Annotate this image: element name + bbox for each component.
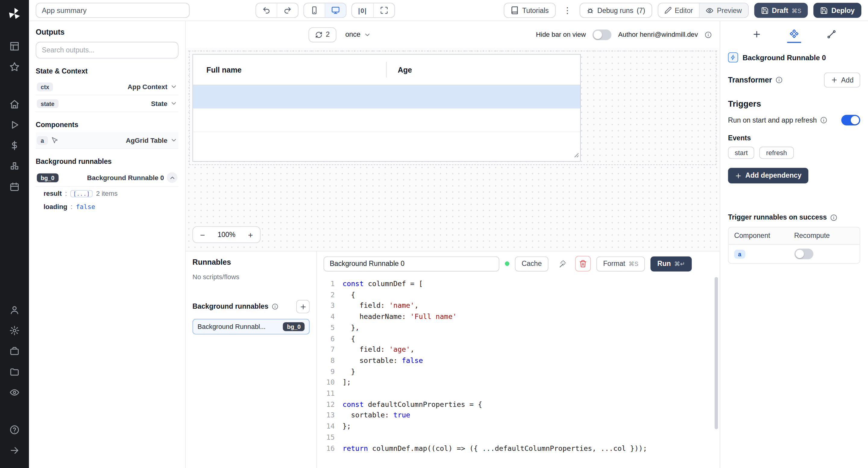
- editor-tab[interactable]: Editor: [658, 3, 699, 17]
- debug-runs-label: Debug runs: [597, 6, 633, 14]
- bottom-panel: Runnables No scripts/flows Background ru…: [186, 251, 719, 468]
- output-row-state[interactable]: state State: [36, 96, 179, 112]
- settings-gear-icon[interactable]: [0, 320, 29, 340]
- code-line: {: [343, 333, 647, 344]
- debug-runs-button[interactable]: Debug runs (7): [579, 3, 652, 18]
- tutorials-button[interactable]: Tutorials: [504, 3, 555, 18]
- run-shortcut: ⌘↵: [674, 260, 685, 267]
- scrollbar-thumb[interactable]: [715, 277, 718, 429]
- run-on-start-toggle[interactable]: [841, 115, 860, 125]
- editor-scrollbar[interactable]: [715, 277, 718, 463]
- loading-key: loading: [43, 203, 67, 211]
- mobile-view-button[interactable]: [304, 3, 324, 17]
- table-row-selected[interactable]: [193, 85, 580, 109]
- info-icon[interactable]: [820, 116, 827, 124]
- center-align-button[interactable]: |0|: [352, 3, 373, 17]
- code-line: ];: [343, 377, 647, 388]
- editor-preview-group: Editor Preview: [657, 3, 748, 18]
- connections-tab[interactable]: [825, 26, 838, 42]
- schedules-calendar-icon[interactable]: [0, 176, 29, 197]
- component-settings-tab[interactable]: [787, 25, 801, 42]
- redo-button[interactable]: [277, 3, 298, 17]
- info-icon[interactable]: [705, 31, 712, 38]
- runnable-list-item[interactable]: Background Runnabl... bg_0: [193, 319, 310, 335]
- info-icon[interactable]: [272, 303, 278, 310]
- add-runnable-button[interactable]: [296, 300, 310, 313]
- separator: :: [70, 203, 72, 211]
- format-label: Format: [603, 260, 625, 268]
- folders-icon[interactable]: [0, 361, 29, 381]
- table-row[interactable]: [193, 132, 580, 161]
- add-transformer-button[interactable]: Add: [824, 73, 860, 88]
- apps-icon[interactable]: [0, 36, 29, 56]
- component-a-badge: a: [734, 249, 745, 258]
- run-button[interactable]: Run ⌘↵: [651, 256, 692, 271]
- expand-result-chip[interactable]: [...]: [70, 190, 93, 197]
- bg0-result-row: result : [...] 2 items: [36, 187, 179, 200]
- fullscreen-button[interactable]: [373, 3, 394, 17]
- info-icon[interactable]: [830, 214, 838, 221]
- desktop-view-button[interactable]: [324, 3, 346, 17]
- workspace-briefcase-icon[interactable]: [0, 341, 29, 361]
- debug-runs-count: (7): [637, 6, 645, 14]
- interval-value: once: [345, 31, 361, 38]
- users-icon[interactable]: [0, 299, 29, 320]
- preview-tab[interactable]: Preview: [699, 3, 748, 17]
- refresh-button[interactable]: 2: [309, 27, 336, 42]
- left-rail: [0, 0, 29, 468]
- add-dependency-label: Add dependency: [745, 172, 801, 179]
- plus-icon: [831, 76, 838, 84]
- code-area[interactable]: 12345678910111213141516 const columnDef …: [317, 276, 719, 468]
- app-summary-input[interactable]: [36, 3, 190, 18]
- code-line: sortable: true: [343, 410, 647, 421]
- deploy-button[interactable]: Deploy: [813, 3, 861, 18]
- table-header-cell[interactable]: Age: [387, 55, 580, 85]
- draft-button[interactable]: Draft ⌘S: [754, 3, 808, 18]
- delete-trash-button[interactable]: [575, 256, 591, 272]
- favorites-star-icon[interactable]: [0, 56, 29, 77]
- help-icon[interactable]: [0, 419, 29, 440]
- more-menu-kebab-icon[interactable]: ⋮: [561, 5, 574, 15]
- recompute-toggle[interactable]: [794, 249, 813, 259]
- cache-button[interactable]: Cache: [515, 256, 548, 271]
- chevron-down-icon: [170, 100, 178, 107]
- zoom-out-button[interactable]: −: [193, 227, 212, 242]
- home-icon[interactable]: [0, 94, 29, 114]
- undo-button[interactable]: [256, 3, 277, 17]
- add-dependency-button[interactable]: Add dependency: [728, 168, 808, 183]
- code-line: };: [343, 421, 647, 432]
- interval-select[interactable]: once: [342, 28, 375, 41]
- windmill-logo-icon[interactable]: [7, 7, 22, 24]
- runs-play-icon[interactable]: [0, 114, 29, 135]
- component-a-badge: a: [37, 136, 48, 145]
- loading-value: false: [76, 203, 95, 211]
- runnable-item-label: Background Runnabl...: [197, 323, 266, 331]
- zoom-in-button[interactable]: +: [241, 227, 260, 242]
- collapse-chevron-up-icon[interactable]: [167, 172, 177, 183]
- status-dot: [505, 261, 509, 266]
- insert-component-tab[interactable]: [750, 26, 764, 42]
- table-header-cell[interactable]: Full name: [193, 55, 386, 85]
- table-row[interactable]: [193, 109, 580, 132]
- format-button[interactable]: Format ⌘S: [596, 256, 645, 271]
- aggrid-table-component[interactable]: Full name Age: [193, 54, 581, 162]
- component-icon: [789, 29, 799, 38]
- ai-wand-button[interactable]: [554, 256, 569, 272]
- ctx-label: App Context: [127, 83, 167, 91]
- output-row-ctx[interactable]: ctx App Context: [36, 78, 179, 96]
- resize-grip-icon[interactable]: [574, 150, 579, 160]
- search-outputs-input[interactable]: [36, 42, 179, 59]
- resources-boxes-icon[interactable]: [0, 156, 29, 176]
- output-row-bg0[interactable]: bg_0 Background Runnable 0: [36, 169, 179, 187]
- hide-bar-toggle[interactable]: [592, 29, 612, 40]
- runnables-title: Runnables: [193, 258, 310, 267]
- collapse-arrow-icon[interactable]: [0, 440, 29, 460]
- output-row-component-a[interactable]: a AgGrid Table: [36, 132, 179, 149]
- runnable-name-input[interactable]: [324, 256, 499, 271]
- variables-dollar-icon[interactable]: [0, 135, 29, 156]
- audit-eye-icon[interactable]: [0, 382, 29, 402]
- bg0-label: Background Runnable 0: [87, 174, 164, 181]
- info-icon[interactable]: [775, 76, 782, 84]
- canvas-grid[interactable]: Full name Age − 100% +: [186, 48, 719, 251]
- code-line: field: 'age',: [343, 344, 647, 355]
